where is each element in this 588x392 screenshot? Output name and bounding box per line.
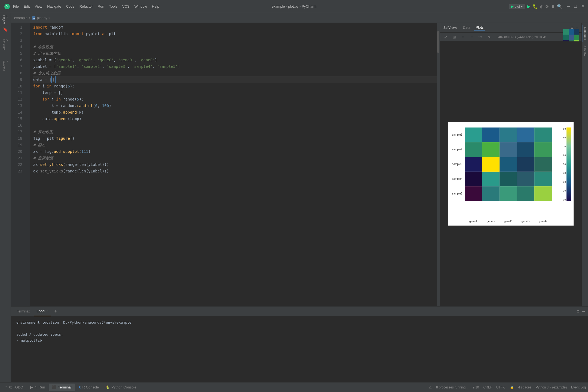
cell-4-2 [500,186,517,201]
cell-3-3 [517,172,534,186]
code-editor[interactable]: 12345 678910 1112131415 1617181920 21222… [11,23,440,306]
menu-vcs[interactable]: VCS [122,4,130,8]
run-config-icon: ▶ [511,5,514,8]
right-sidebar: Database SciView [581,23,588,306]
tab-data[interactable]: Data [461,25,472,31]
tab-r-console[interactable]: R R Console [75,384,102,391]
menu-file[interactable]: File [13,4,19,8]
encoding[interactable]: UTF-8 [496,385,506,389]
sidebar-item-bookmarks[interactable]: 🔖 [1,25,10,34]
sidebar-tab-sciview[interactable]: SciView [583,43,587,58]
x-label-4: geneE [534,220,552,223]
cell-1-1 [482,142,500,157]
run-button[interactable]: ▶ [527,4,530,9]
line-separator[interactable]: CRLF [483,385,492,389]
terminal-local-tab[interactable]: Local × [34,306,51,316]
profile-button[interactable]: ⟳ [546,4,549,9]
event-log[interactable]: Event Log [571,385,586,389]
minimize-button[interactable]: ─ [567,4,570,9]
cell-1-4 [534,142,552,157]
terminal-content[interactable]: environment location: D:\Python\anaconda… [11,316,588,382]
sidebar-item-favorites[interactable]: 2: Favorites [1,61,10,70]
menu-run[interactable]: Run [98,4,104,8]
minimize-panel-icon[interactable]: ─ [582,309,585,314]
sidebar-item-project[interactable]: 1: Project [1,15,10,24]
menu-code[interactable]: Code [66,4,75,8]
edit-button[interactable]: ✎ [486,34,492,40]
menu-view[interactable]: View [35,4,42,8]
tab-terminal[interactable]: ⬛ Terminal [49,384,75,391]
footer-tabs: ≡ 6: TODO ▶ 4: Run ⬛ Terminal R R Consol… [0,382,588,392]
code-line-21: # 坐标刻度 [33,155,440,161]
y-axis-labels: sample1 sample2 sample3 sample4 sample5 [448,127,464,201]
code-line-19: # 画布 [33,142,440,148]
terminal-line-1: environment location: D:\Python\anaconda… [16,320,583,326]
run-config-selector[interactable]: ▶ plot ▾ [509,4,525,9]
bottom-panel-settings[interactable]: ⚙ ─ [576,309,585,314]
colorbar [566,127,571,201]
lock-icon: 🔒 [510,385,514,389]
svg-text:P: P [5,5,8,9]
sidebar-tab-database[interactable]: Database [583,25,587,42]
content-area: example › py plot.py × 12345 678910 1112… [11,13,588,382]
processes-status[interactable]: 8 processes running... [436,385,468,389]
menu-navigate[interactable]: Navigate [47,4,61,8]
caret-position[interactable]: 9:10 [473,385,479,389]
fit-window-button[interactable]: ⤢ [442,34,449,40]
menu-help[interactable]: Help [152,4,159,8]
code-line-7: yLabel = ['sample1', 'sample2', 'sample3… [33,63,440,70]
cell-2-4 [534,157,552,172]
zoom-in-button[interactable]: + [460,34,466,40]
tab-run[interactable]: ▶ 4: Run [27,384,48,391]
cell-4-4 [534,186,552,201]
code-line-5: # 定义横纵坐标 [33,50,440,57]
svg-rect-5 [563,29,569,35]
tab-close-icon[interactable]: × [48,16,50,20]
main-layout: 1: Project 🔖 2: Structure 2: Favorites e… [0,13,588,382]
cell-4-3 [517,186,534,201]
sidebar-item-structure[interactable]: 2: Structure [1,40,10,49]
local-tab-close[interactable]: × [47,309,48,312]
cell-2-3 [517,157,534,172]
code-line-4: # 准备数据 [33,44,440,50]
search-everywhere-button[interactable]: 🔍 [557,4,562,9]
indent-settings[interactable]: 4 spaces [518,385,531,389]
editor-sciview: 12345 678910 1112131415 1617181920 21222… [11,23,588,306]
heatmap: sample1 sample2 sample3 sample4 sample5 [448,122,574,226]
python-version[interactable]: Python 3.7 (example) [536,385,567,389]
cell-0-3 [517,127,534,142]
left-sidebar: 1: Project 🔖 2: Structure 2: Favorites [0,13,11,382]
cell-1-2 [500,142,517,157]
code-line-3 [33,37,440,44]
run-config-dropdown-icon: ▾ [521,5,523,8]
grid-view-button[interactable]: ⊞ [451,34,458,40]
tab-todo[interactable]: ≡ 6: TODO [2,384,26,391]
run-coverage-button[interactable]: ◎ [540,4,543,9]
code-line-15: data.append(temp) [33,116,440,122]
code-line-12: for j in range(5): [33,96,440,102]
menu-edit[interactable]: Edit [24,4,30,8]
code-line-22: ax.set_yticks(range(len(yLabel))) [33,161,440,168]
window-controls: ─ □ ✕ [567,4,585,9]
cell-2-0 [465,157,482,172]
maximize-button[interactable]: □ [574,4,577,9]
close-button[interactable]: ✕ [581,4,585,9]
tab-plots[interactable]: Plots [474,25,485,31]
tab-python-console[interactable]: 🐍 Python Console [103,384,140,391]
add-terminal-button[interactable]: + [52,309,59,314]
menu-window[interactable]: Window [134,4,147,8]
cell-0-1 [482,127,500,142]
python-console-icon: 🐍 [106,385,110,389]
settings-icon[interactable]: ⚙ [576,309,580,314]
stop-button[interactable]: ⏸ [551,4,555,9]
breadcrumb-file: py plot.py × [32,16,50,20]
bottom-panel: Terminal: Local × + ⚙ ─ environment loca… [11,306,588,382]
zoom-out-button[interactable]: − [468,34,475,40]
menu-tools[interactable]: Tools [109,4,117,8]
y-label-0: sample1 [448,127,464,142]
breadcrumb-project[interactable]: example [14,16,27,20]
actual-size-button[interactable]: 1:1 [477,34,484,40]
y-label-2: sample3 [448,157,464,172]
debug-button[interactable]: 🐛 [532,4,538,9]
menu-refactor[interactable]: Refactor [79,4,93,8]
